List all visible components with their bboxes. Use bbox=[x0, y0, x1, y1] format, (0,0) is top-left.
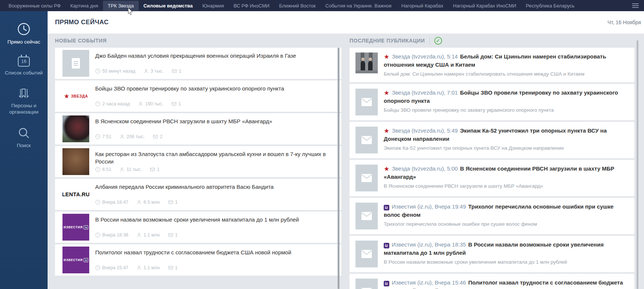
sidebar-item-event-list[interactable]: 16 Список событий bbox=[0, 57, 48, 76]
clock-icon bbox=[3, 22, 45, 36]
publication-source-link[interactable]: Звезда (tvzvezda.ru), 5:49 bbox=[392, 127, 458, 134]
sidebar-item-label: Прямо сейчас bbox=[3, 39, 45, 45]
lenta-logo-text: LENTA.RU bbox=[62, 191, 89, 197]
event-messages: 1 bbox=[179, 69, 181, 74]
publication-source-link[interactable]: Известия (iz.ru), Вчера 15:46 bbox=[392, 279, 466, 286]
nav-item-nagorny-karabakh[interactable]: Нагорный Карабах bbox=[396, 1, 448, 11]
publication-row[interactable]: ★Звезда (tvzvezda.ru), 5:14Белый дом: Си… bbox=[350, 48, 634, 82]
event-title[interactable]: Албания передала России криминального ав… bbox=[95, 183, 330, 191]
event-row[interactable]: Как ресторан из Златоуста стал амбассадо… bbox=[55, 146, 341, 177]
publication-snippet: В Ясненском соединении РВСН загрузили в … bbox=[384, 183, 628, 190]
left-sidebar: Прямо сейчас 16 Список событий Персоны и… bbox=[0, 11, 48, 289]
publication-source-link[interactable]: Звезда (tvzvezda.ru), 7:01 bbox=[392, 89, 458, 96]
event-messages: 1 bbox=[175, 265, 178, 270]
event-messages: 2 bbox=[160, 134, 162, 139]
zvezda-star-icon: ★ bbox=[384, 90, 389, 96]
envelope-placeholder-thumbnail bbox=[355, 89, 378, 115]
event-meta: 7:51 206 тыс. 2 bbox=[95, 134, 330, 139]
verified-check-icon[interactable]: ✓ bbox=[434, 37, 442, 45]
nav-item-nagorny-karabakh-inosmi[interactable]: Нагорный Карабах ИноСМИ bbox=[448, 1, 521, 11]
messages-icon bbox=[168, 200, 173, 205]
nav-item-belarus[interactable]: Республика Беларусь bbox=[521, 1, 579, 11]
event-row[interactable]: LENTA.RU Албания передала России кримина… bbox=[55, 179, 341, 210]
event-meta: Вчера 15:47 1.1 млн 1 bbox=[95, 265, 330, 270]
izvestia-iz-icon: iz bbox=[84, 225, 88, 229]
event-row[interactable]: В Ясненском соединении РВСН загрузили в … bbox=[55, 113, 341, 144]
event-title[interactable]: Джо Байден назвал условия прекращения во… bbox=[95, 52, 330, 60]
nav-item-vs-rf-inosmi[interactable]: ВС РФ ИноСМИ bbox=[229, 1, 274, 11]
nav-item-middle-east[interactable]: Ближний Восток bbox=[274, 1, 321, 11]
event-row[interactable]: ★ ЗВЕЗДА Бойцы ЗВО провели тренировку по… bbox=[55, 80, 341, 112]
search-icon bbox=[3, 127, 45, 139]
latest-publications-column: ПОСЛЕДНИЕ ПУБЛИКАЦИИ ✓ ★Звезда (tvzvezda… bbox=[350, 34, 634, 289]
event-row[interactable]: Джо Байден назвал условия прекращения во… bbox=[55, 48, 341, 79]
publication-row[interactable]: izИзвестия (iz.ru), Вчера 15:46Политолог… bbox=[350, 274, 634, 289]
publication-snippet: Белый дом: Си Цзиньпин намерен стабилизи… bbox=[384, 71, 628, 78]
nav-item-ukraine-events[interactable]: События на Украине. Важное bbox=[321, 1, 396, 11]
publication-row[interactable]: izИзвестия (iz.ru), Вчера 18:35В России … bbox=[350, 236, 634, 272]
publication-row[interactable]: ★Звезда (tvzvezda.ru), 7:01Бойцы ЗВО про… bbox=[350, 84, 634, 120]
sidebar-item-label: Список событий bbox=[3, 70, 45, 76]
messages-icon bbox=[171, 101, 177, 107]
event-title[interactable]: В Ясненском соединении РВСН загрузили в … bbox=[95, 118, 330, 125]
publication-source-link[interactable]: Известия (iz.ru), Вчера 19:49 bbox=[392, 203, 466, 210]
event-title[interactable]: В России назвали возможные сроки увеличе… bbox=[95, 216, 330, 223]
izvestia-logo: ИЗВЕСТИЯ iz bbox=[62, 214, 89, 241]
nav-item-silovye-vedomstva[interactable]: Силовые ведомства bbox=[139, 1, 198, 11]
event-meta: Вчера 18:36 1.1 млн 1 bbox=[95, 232, 330, 238]
current-date: Чт, 16 Ноября bbox=[608, 19, 641, 25]
zvezda-star-icon: ★ bbox=[384, 166, 389, 172]
restaurant-photo-thumbnail bbox=[62, 148, 89, 175]
nav-item-yunarmia[interactable]: Юнармия bbox=[197, 1, 229, 11]
zvezda-logo-text: ЗВЕЗДА bbox=[71, 94, 88, 98]
clock-icon bbox=[95, 167, 100, 172]
event-title[interactable]: Политолог назвал трудности с согласовани… bbox=[95, 249, 330, 256]
publication-snippet: В России назвали возможные сроки увеличе… bbox=[384, 259, 628, 266]
top-navigation-bar: Вооруженные силы РФ Картина дня ТРК Звез… bbox=[0, 0, 644, 11]
event-time: 55 минут назад bbox=[102, 69, 135, 74]
publication-row[interactable]: ★Звезда (tvzvezda.ru), 5:49Экипаж Ка-52 … bbox=[350, 122, 634, 158]
nav-item-trk-zvezda[interactable]: ТРК Звезда bbox=[103, 1, 139, 11]
zvezda-logo: ★ ЗВЕЗДА bbox=[62, 83, 89, 109]
publication-source-link[interactable]: Звезда (tvzvezda.ru), 5:14 bbox=[392, 53, 458, 60]
publication-row[interactable]: izИзвестия (iz.ru), Вчера 19:49Трихолог … bbox=[350, 198, 634, 234]
zvezda-star-icon: ★ bbox=[64, 93, 69, 99]
event-row[interactable]: ИЗВЕСТИЯ iz В России назвали возможные с… bbox=[55, 212, 341, 243]
audience-icon bbox=[136, 232, 142, 238]
envelope-placeholder-thumbnail bbox=[355, 165, 378, 191]
event-title[interactable]: Как ресторан из Златоуста стал амбассадо… bbox=[95, 150, 330, 165]
event-row[interactable]: ИЗВЕСТИЯ iz Политолог назвал трудности с… bbox=[55, 244, 341, 276]
menu-icon[interactable] bbox=[632, 3, 639, 8]
event-time: 6:51 bbox=[102, 167, 111, 172]
event-title[interactable]: Бойцы ЗВО провели тренировку по захвату … bbox=[95, 85, 330, 92]
divider bbox=[429, 37, 430, 44]
nav-item-armed-forces[interactable]: Вооруженные силы РФ bbox=[4, 1, 65, 11]
document-placeholder-thumbnail bbox=[62, 50, 89, 77]
sidebar-item-label: Персоны и организации bbox=[3, 103, 45, 115]
calendar-day-badge: 16 bbox=[21, 58, 26, 64]
sidebar-item-live-now[interactable]: Прямо сейчас bbox=[0, 22, 48, 45]
publication-source-link[interactable]: Известия (iz.ru), Вчера 18:35 bbox=[392, 241, 466, 248]
audience-icon bbox=[138, 101, 143, 107]
izvestia-logo-text: ИЗВЕСТИЯ bbox=[64, 258, 83, 262]
envelope-placeholder-thumbnail bbox=[355, 127, 378, 153]
publication-row[interactable]: ★Звезда (tvzvezda.ru), 5:00В Ясненском с… bbox=[350, 160, 634, 196]
publication-source-link[interactable]: Звезда (tvzvezda.ru), 5:00 bbox=[392, 165, 458, 172]
messages-icon bbox=[153, 134, 158, 139]
events-scrollbar[interactable] bbox=[338, 48, 339, 289]
main-content: ПРЯМО СЕЙЧАС Чт, 16 Ноября НОВЫЕ СОБЫТИЯ… bbox=[48, 11, 644, 289]
event-messages: 1 bbox=[175, 200, 178, 205]
missile-photo-thumbnail bbox=[62, 115, 89, 142]
new-events-section-title: НОВЫЕ СОБЫТИЯ bbox=[55, 34, 341, 48]
envelope-placeholder-thumbnail bbox=[355, 279, 378, 289]
sidebar-item-persons-orgs[interactable]: Персоны и организации bbox=[0, 88, 48, 115]
clock-icon bbox=[95, 232, 100, 238]
sidebar-item-search[interactable]: Поиск bbox=[0, 127, 48, 149]
event-time: 7:51 bbox=[102, 134, 111, 139]
event-meta: 2 часа назад 190 тыс. 1 bbox=[95, 101, 330, 107]
event-audience: 11 тыс. bbox=[126, 167, 142, 172]
publications-scrollbar[interactable] bbox=[637, 40, 638, 289]
photo-thumbnail bbox=[355, 53, 378, 73]
nav-item-picture-of-day[interactable]: Картина дня bbox=[65, 1, 103, 11]
publication-snippet: Бойцы ЗВО провели тренировку по захвату … bbox=[384, 107, 628, 114]
